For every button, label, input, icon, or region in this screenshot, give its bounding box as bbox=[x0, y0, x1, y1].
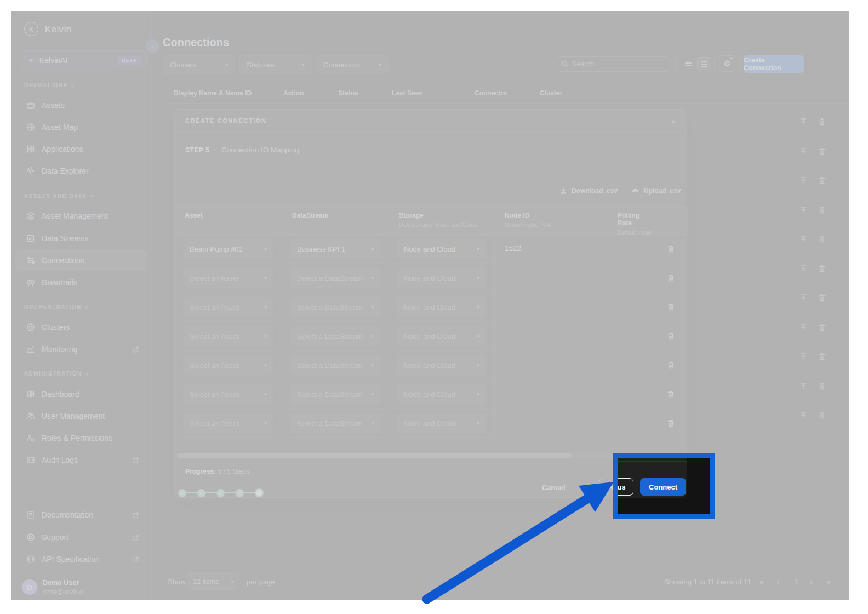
highlight-modal-fragment: Previous Connect bbox=[618, 458, 687, 498]
highlight-box: Previous Connect bbox=[613, 453, 715, 519]
screenshot-canvas: K Kelvin ✦ KelvinAI BETA OPERATIONS∨Asse… bbox=[0, 0, 868, 614]
previous-button[interactable]: Previous bbox=[613, 478, 633, 496]
footer-divider bbox=[618, 461, 687, 462]
connect-button[interactable]: Connect bbox=[640, 478, 686, 496]
fade-overlay bbox=[11, 11, 849, 600]
